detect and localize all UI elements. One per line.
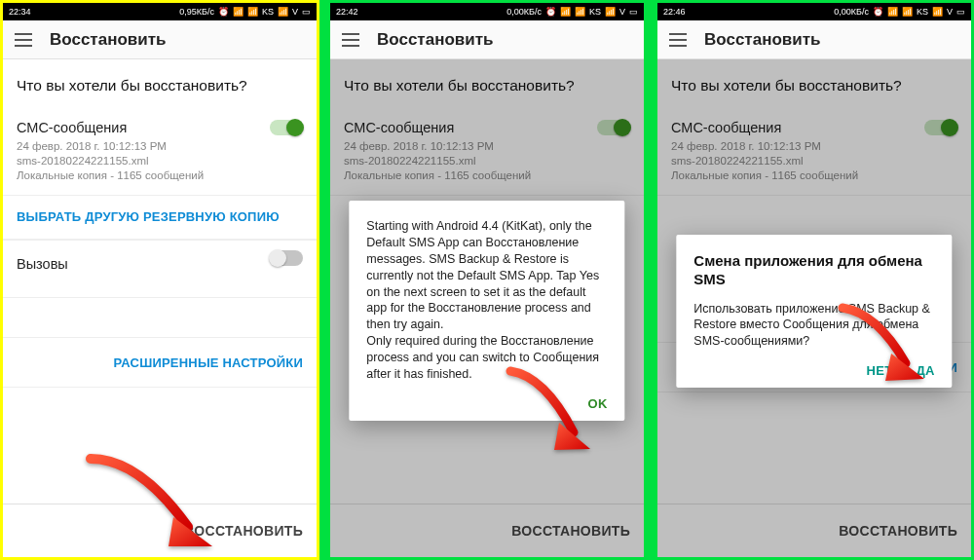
menu-icon[interactable] <box>669 33 687 47</box>
status-carrier: KS <box>917 7 928 17</box>
signal-icon: 📶 <box>932 7 943 17</box>
signal-icon: 📶 <box>247 7 258 17</box>
status-speed: 0,00КБ/с <box>506 7 542 17</box>
alarm-icon: ⏰ <box>218 7 229 17</box>
advanced-settings-button[interactable]: РАСШИРЕННЫЕ НАСТРОЙКИ <box>114 355 303 370</box>
status-time: 22:34 <box>9 7 31 17</box>
calls-section[interactable]: Вызовы <box>3 240 317 298</box>
restore-question: Что вы хотели бы восстановить? <box>3 59 317 110</box>
content-area: Что вы хотели бы восстановить? СМС-сообщ… <box>330 59 644 557</box>
no-button[interactable]: НЕТ <box>867 363 893 378</box>
app-bar: Восстановить <box>657 20 971 59</box>
wifi-icon: 📶 <box>560 7 571 17</box>
default-sms-dialog: Starting with Android 4.4 (KitKat), only… <box>349 201 624 421</box>
menu-icon[interactable] <box>342 33 359 47</box>
alarm-icon: ⏰ <box>545 7 556 17</box>
choose-backup-row[interactable]: ВЫБРАТЬ ДРУГУЮ РЕЗЕРВНУЮ КОПИЮ <box>3 196 317 240</box>
page-title: Восстановить <box>704 30 820 50</box>
page-title: Восстановить <box>50 30 166 50</box>
battery-icon: ▭ <box>956 7 965 17</box>
phone-screen-3: 22:46 0,00КБ/с ⏰ 📶 📶 KS 📶 V ▭ Восстанови… <box>655 0 974 560</box>
restore-button-bar[interactable]: ВОССТАНОВИТЬ <box>3 504 317 557</box>
restore-button[interactable]: ВОССТАНОВИТЬ <box>184 523 303 539</box>
status-speed: 0,95КБ/с <box>179 7 214 17</box>
sms-title: СМС-сообщения <box>17 120 303 135</box>
battery-icon: ▭ <box>302 7 311 17</box>
status-v: V <box>947 7 953 17</box>
ok-button[interactable]: OK <box>588 396 608 411</box>
content-area: Что вы хотели бы восстановить? СМС-сообщ… <box>3 59 317 557</box>
change-sms-app-dialog: Смена приложения для обмена SMS Использо… <box>676 235 952 388</box>
dialog-message: Использовать приложение SMS Backup & Res… <box>693 301 934 351</box>
yes-button[interactable]: ДА <box>916 363 934 378</box>
app-bar: Восстановить <box>3 20 317 59</box>
alarm-icon: ⏰ <box>873 7 883 17</box>
status-bar: 22:34 0,95КБ/с ⏰ 📶 📶 KS 📶 V ▭ <box>3 3 317 20</box>
status-bar: 22:46 0,00КБ/с ⏰ 📶 📶 KS 📶 V ▭ <box>657 3 971 20</box>
sms-date: 24 февр. 2018 г. 10:12:13 PM <box>17 139 303 154</box>
content-area: Что вы хотели бы восстановить? СМС-сообщ… <box>657 59 971 557</box>
wifi-icon: 📶 <box>887 7 898 17</box>
page-title: Восстановить <box>377 30 493 50</box>
calls-toggle[interactable] <box>270 250 303 266</box>
status-time: 22:42 <box>336 7 358 17</box>
signal-icon: 📶 <box>575 7 585 17</box>
status-v: V <box>619 7 625 17</box>
battery-icon: ▭ <box>629 7 638 17</box>
status-bar: 22:42 0,00КБ/с ⏰ 📶 📶 KS 📶 V ▭ <box>330 3 644 20</box>
app-bar: Восстановить <box>330 20 644 59</box>
signal-icon: 📶 <box>902 7 913 17</box>
status-carrier: KS <box>589 7 601 17</box>
phone-screen-2: 22:42 0,00КБ/с ⏰ 📶 📶 KS 📶 V ▭ Восстанови… <box>327 0 647 560</box>
advanced-row[interactable]: РАСШИРЕННЫЕ НАСТРОЙКИ <box>3 337 317 388</box>
signal-icon: 📶 <box>278 7 288 17</box>
sms-file: sms-20180224221155.xml <box>17 154 303 168</box>
dialog-message: Starting with Android 4.4 (KitKat), only… <box>366 218 607 383</box>
status-v: V <box>292 7 298 17</box>
wifi-icon: 📶 <box>233 7 244 17</box>
status-time: 22:46 <box>663 7 686 17</box>
sms-toggle[interactable] <box>270 120 303 135</box>
phone-screen-1: 22:34 0,95КБ/с ⏰ 📶 📶 KS 📶 V ▭ Восстанови… <box>0 0 319 560</box>
dialog-title: Смена приложения для обмена SMS <box>693 252 934 289</box>
menu-icon[interactable] <box>15 33 32 47</box>
sms-count: Локальные копия - 1165 сообщений <box>17 168 303 183</box>
status-speed: 0,00КБ/с <box>834 7 869 17</box>
status-carrier: KS <box>262 7 274 17</box>
sms-section[interactable]: СМС-сообщения 24 февр. 2018 г. 10:12:13 … <box>3 110 317 196</box>
signal-icon: 📶 <box>605 7 616 17</box>
calls-title: Вызовы <box>17 256 303 272</box>
choose-backup-button[interactable]: ВЫБРАТЬ ДРУГУЮ РЕЗЕРВНУЮ КОПИЮ <box>17 209 280 224</box>
